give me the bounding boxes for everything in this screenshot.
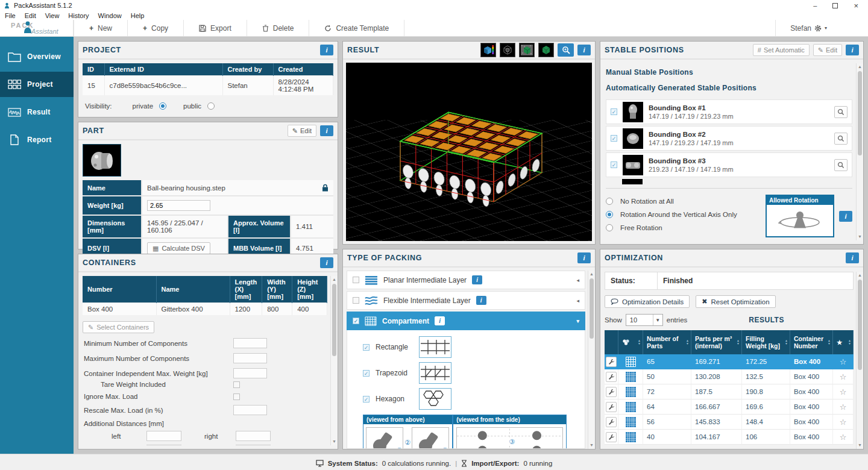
- user-menu[interactable]: Stefan ▾: [775, 20, 868, 36]
- info-icon[interactable]: i: [435, 316, 445, 325]
- part-edit-button[interactable]: ✎ Edit: [288, 125, 316, 137]
- rear-input[interactable]: [236, 445, 271, 445]
- new-button[interactable]: + New: [74, 20, 128, 36]
- compartment-option[interactable]: ✓ Compartment i ▾: [347, 312, 585, 330]
- set-automatic-button[interactable]: # Set Automatic: [753, 44, 810, 56]
- sidebar-item-overview[interactable]: Overview: [0, 44, 74, 69]
- col-container-icon[interactable]: ▲▼: [618, 330, 643, 354]
- result-3d-view[interactable]: [346, 63, 592, 241]
- textured-cube-icon[interactable]: [519, 43, 535, 57]
- optimization-details-button[interactable]: Optimization Details: [605, 295, 690, 308]
- rectangle-shape-icon[interactable]: [419, 336, 451, 358]
- sidebar-item-result[interactable]: Result: [0, 99, 74, 125]
- sidebar-item-project[interactable]: Project: [0, 72, 74, 97]
- favorite-star-icon[interactable]: ☆: [840, 433, 847, 442]
- col-number-of-parts[interactable]: Number of Parts▲▼: [643, 330, 691, 354]
- show-entries-select[interactable]: 10 ▼: [626, 314, 663, 326]
- color-view-icon[interactable]: [480, 43, 496, 57]
- wrench-icon[interactable]: [606, 417, 617, 427]
- front-input[interactable]: [146, 445, 181, 445]
- wrench-icon[interactable]: [606, 387, 617, 397]
- favorite-star-icon[interactable]: ☆: [840, 387, 847, 396]
- project-row[interactable]: 15 c7d8e559bac54b6c9ce... Stefan 8/28/20…: [83, 76, 333, 96]
- info-icon[interactable]: i: [846, 45, 859, 55]
- stable-scrollbar[interactable]: ▲ ▼: [856, 63, 863, 240]
- packing-scrollbar[interactable]: ▲ ▼: [588, 271, 595, 449]
- copy-button[interactable]: + Copy: [128, 20, 184, 36]
- vertical-rotation-radio[interactable]: [606, 211, 613, 218]
- bbox1-checkbox[interactable]: ✓: [611, 108, 617, 115]
- trapezoid-checkbox[interactable]: ✓: [363, 370, 370, 377]
- info-icon[interactable]: i: [577, 252, 591, 263]
- maximize-button[interactable]: [832, 3, 838, 8]
- delete-button[interactable]: Delete: [247, 20, 310, 36]
- wireframe-view-icon[interactable]: [500, 43, 515, 57]
- col-container-number[interactable]: Container Number▲▼: [790, 330, 833, 354]
- menu-view[interactable]: View: [45, 12, 60, 19]
- favorite-star-icon[interactable]: ☆: [840, 403, 847, 412]
- planar-layer-option[interactable]: Planar Intermediate Layer i ◂: [347, 271, 585, 289]
- left-input[interactable]: [146, 431, 181, 441]
- containers-scrollbar[interactable]: ▲ ▼: [330, 276, 338, 445]
- stable-edit-button[interactable]: ✎ Edit: [813, 44, 842, 56]
- create-template-button[interactable]: Create Template: [309, 20, 404, 36]
- indep-weight-input[interactable]: [233, 368, 267, 378]
- minimize-button[interactable]: –: [813, 2, 817, 9]
- hexagon-checkbox[interactable]: ✓: [363, 396, 370, 403]
- info-icon[interactable]: i: [476, 296, 486, 305]
- calculate-dsv-button[interactable]: ▦ Calculate DSV: [147, 242, 210, 254]
- container-row[interactable]: Box 400 Gitterbox 400 1200 800 400: [83, 303, 327, 316]
- bounding-box-item[interactable]: ✓ Bounding Box #1 147.19 / 147.19 / 219.…: [606, 99, 852, 124]
- solid-cube-icon[interactable]: [538, 43, 554, 57]
- flexible-checkbox[interactable]: [353, 297, 359, 304]
- menu-history[interactable]: History: [68, 12, 89, 19]
- info-icon[interactable]: i: [320, 125, 333, 136]
- select-containers-button[interactable]: ✎ Select Containers: [83, 321, 154, 333]
- right-input[interactable]: [236, 431, 271, 441]
- ignore-load-checkbox[interactable]: [233, 393, 240, 400]
- free-rotation-radio[interactable]: [606, 224, 613, 231]
- max-components-input[interactable]: [233, 353, 267, 363]
- col-filling-weight[interactable]: Filling Weight [kg]▲▼: [742, 330, 790, 354]
- tare-checkbox[interactable]: [233, 381, 240, 388]
- info-icon[interactable]: i: [577, 45, 591, 55]
- no-rotation-radio[interactable]: [606, 198, 613, 205]
- bbox2-checkbox[interactable]: ✓: [611, 135, 617, 142]
- info-icon[interactable]: i: [846, 252, 859, 263]
- magnifier-icon[interactable]: [834, 133, 848, 145]
- planar-checkbox[interactable]: [353, 277, 359, 283]
- favorite-star-icon[interactable]: ☆: [840, 372, 847, 381]
- info-icon[interactable]: i: [320, 257, 333, 268]
- private-radio[interactable]: [159, 102, 166, 110]
- info-icon[interactable]: i: [472, 275, 482, 284]
- bounding-box-item[interactable]: ✓ Bounding Box #2 147.19 / 219.23 / 147.…: [606, 126, 852, 151]
- col-parts-per-m3[interactable]: Parts per m³ (internal)▲▼: [691, 330, 742, 354]
- optimization-scrollbar[interactable]: ▲ ▼: [856, 272, 863, 449]
- magnifier-icon[interactable]: [834, 159, 848, 171]
- close-button[interactable]: ×: [854, 1, 858, 10]
- menu-file[interactable]: File: [5, 12, 16, 19]
- magnifier-icon[interactable]: [834, 106, 848, 118]
- menu-help[interactable]: Help: [131, 12, 145, 19]
- wrench-icon[interactable]: [606, 372, 617, 382]
- bounding-box-item[interactable]: ✓ Bounding Box #3 219.23 / 147.19 / 147.…: [606, 152, 852, 177]
- bbox3-checkbox[interactable]: ✓: [611, 161, 617, 168]
- sidebar-item-report[interactable]: Report: [0, 127, 74, 152]
- favorite-star-icon[interactable]: ☆: [840, 418, 847, 427]
- public-radio[interactable]: [207, 102, 215, 110]
- wrench-icon[interactable]: [606, 432, 617, 442]
- trapezoid-shape-icon[interactable]: [419, 362, 451, 384]
- info-icon[interactable]: i: [320, 45, 333, 55]
- wrench-icon[interactable]: [606, 357, 617, 367]
- export-button[interactable]: Export: [184, 20, 247, 36]
- col-favorite[interactable]: ★▲▼: [833, 330, 854, 354]
- wrench-icon[interactable]: [606, 402, 617, 412]
- hexagon-shape-icon[interactable]: [419, 388, 451, 410]
- favorite-star-icon[interactable]: ☆: [840, 357, 847, 366]
- info-icon[interactable]: i: [839, 211, 852, 222]
- compartment-checkbox[interactable]: ✓: [353, 318, 359, 324]
- rescale-load-input[interactable]: [233, 405, 267, 415]
- part-thumbnail[interactable]: [83, 144, 121, 177]
- flexible-layer-option[interactable]: Flexible Intermediate Layer i ◂: [347, 291, 585, 310]
- rectangle-checkbox[interactable]: ✓: [363, 344, 370, 351]
